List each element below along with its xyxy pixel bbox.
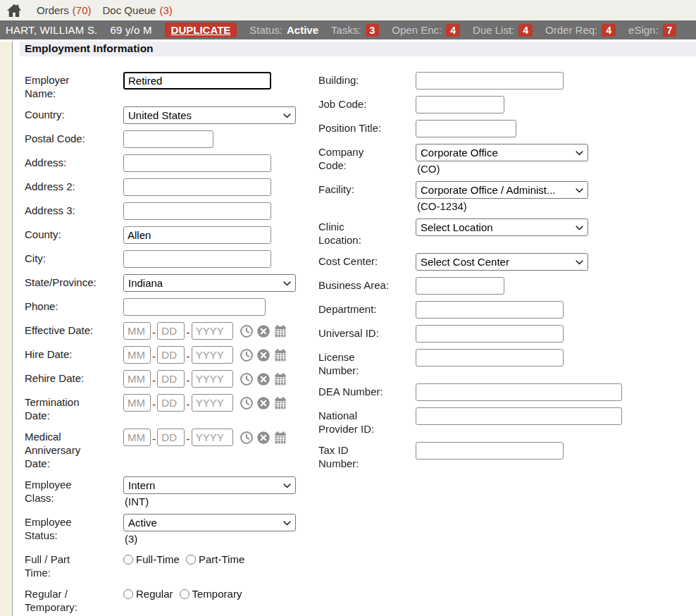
nav-link-orders[interactable]: Orders (70) xyxy=(37,4,92,16)
tasks-count-badge[interactable]: 3 xyxy=(366,24,380,37)
department-input[interactable] xyxy=(416,301,564,319)
termination-date-clear-icon[interactable] xyxy=(256,396,271,410)
esign-group: eSign: 7 xyxy=(628,24,676,37)
termination-date-label: Termination Date: xyxy=(25,394,123,422)
temporary-radio[interactable] xyxy=(180,589,189,599)
termination-date-group: - - xyxy=(123,394,287,412)
employer-name-input[interactable] xyxy=(123,72,271,90)
effective-date-yyyy-input[interactable] xyxy=(192,322,233,340)
employee-status-select[interactable]: Active xyxy=(123,514,296,531)
effective-date-dd-input[interactable] xyxy=(157,322,185,340)
due-list-count-badge[interactable]: 4 xyxy=(518,24,533,37)
rehire-date-dd-input[interactable] xyxy=(157,370,185,388)
state-province-select[interactable]: Indiana xyxy=(123,274,296,292)
termination-date-yyyy-input[interactable] xyxy=(192,394,233,412)
medical-anniversary-date-yyyy-input[interactable] xyxy=(192,429,233,446)
termination-date-dd-input[interactable] xyxy=(157,394,185,412)
rehire-date-clear-icon[interactable] xyxy=(256,372,271,386)
esign-count-badge[interactable]: 7 xyxy=(663,24,677,37)
termination-date-clock-icon[interactable] xyxy=(240,396,254,410)
country-select[interactable]: United States xyxy=(123,106,296,124)
home-button[interactable] xyxy=(6,3,23,18)
clinic-location-select[interactable]: Select Location xyxy=(416,218,588,236)
hire-date-group: - - xyxy=(123,346,287,364)
status-value: Active xyxy=(287,24,318,36)
form-row: Facility: Corporate Office / Administ...… xyxy=(318,181,696,212)
effective-date-group: - - xyxy=(123,322,287,340)
hire-date-clock-icon[interactable] xyxy=(240,348,254,362)
county-input[interactable] xyxy=(123,226,271,244)
dea-number-input[interactable] xyxy=(416,383,622,401)
cost-center-select[interactable]: Select Cost Center xyxy=(416,253,588,271)
universal-id-input[interactable] xyxy=(416,325,564,343)
address3-input[interactable] xyxy=(123,202,271,220)
job-code-input[interactable] xyxy=(416,96,504,113)
nav-link-doc-queue[interactable]: Doc Queue (3) xyxy=(103,4,173,16)
due-list-label: Due List: xyxy=(473,24,514,36)
full-time-radio-option[interactable]: Full-Time xyxy=(123,553,180,565)
medical-anniversary-date-clear-icon[interactable] xyxy=(256,431,271,445)
address2-input[interactable] xyxy=(123,178,271,196)
medical-anniversary-date-mm-input[interactable] xyxy=(123,429,151,446)
medical-anniversary-date-clock-icon[interactable] xyxy=(240,431,254,445)
department-label: Department: xyxy=(318,301,416,316)
form-column-left: Employer Name: Country: United States Po… xyxy=(25,72,318,616)
facility-select[interactable]: Corporate Office / Administ... xyxy=(416,181,588,199)
employee-class-select[interactable]: Intern xyxy=(123,476,296,494)
temporary-radio-label: Temporary xyxy=(192,588,242,600)
form-column-right: Building: Job Code: Position Title: Comp… xyxy=(318,72,696,616)
rehire-date-calendar-icon[interactable] xyxy=(273,372,287,386)
position-title-input[interactable] xyxy=(416,120,516,137)
rehire-date-clock-icon[interactable] xyxy=(240,372,254,386)
phone-input[interactable] xyxy=(123,298,266,316)
clinic-location-label: Clinic Location: xyxy=(318,218,416,247)
business-area-input[interactable] xyxy=(416,277,504,295)
hire-date-yyyy-input[interactable] xyxy=(192,346,233,364)
main-area: Employment Information Employer Name: Co… xyxy=(0,42,696,616)
full-part-time-label: Full / Part Time: xyxy=(25,551,123,579)
hire-date-calendar-icon[interactable] xyxy=(273,348,287,362)
company-code-select[interactable]: Corporate Office xyxy=(416,144,588,161)
regular-radio-option[interactable]: Regular xyxy=(123,588,173,600)
part-time-radio-option[interactable]: Part-Time xyxy=(186,553,244,565)
employee-class-label: Employee Class: xyxy=(25,476,123,505)
status-label: Status: xyxy=(249,24,282,36)
open-enc-count-badge[interactable]: 4 xyxy=(446,24,460,37)
hire-date-clear-icon[interactable] xyxy=(256,348,271,362)
duplicate-badge[interactable]: DUPLICATE xyxy=(165,23,237,37)
effective-date-mm-input[interactable] xyxy=(123,322,151,340)
tax-id-number-input[interactable] xyxy=(416,442,564,460)
esign-label: eSign: xyxy=(628,24,659,36)
address-input[interactable] xyxy=(123,154,271,172)
full-time-radio[interactable] xyxy=(123,555,133,565)
form-row: Cost Center: Select Cost Center xyxy=(318,253,696,271)
national-provider-id-input[interactable] xyxy=(416,407,622,425)
medical-anniversary-date-dd-input[interactable] xyxy=(157,429,185,446)
open-enc-label: Open Enc: xyxy=(392,24,442,36)
medical-anniversary-date-calendar-icon[interactable] xyxy=(273,431,287,445)
effective-date-clear-icon[interactable] xyxy=(256,324,271,338)
postal-code-input[interactable] xyxy=(123,130,213,148)
part-time-radio[interactable] xyxy=(186,555,196,565)
city-input[interactable] xyxy=(123,250,271,268)
content-panel: Employment Information Employer Name: Co… xyxy=(13,42,696,616)
tasks-label: Tasks: xyxy=(331,24,361,36)
status-group: Status: Active xyxy=(249,24,318,36)
regular-radio[interactable] xyxy=(123,589,133,599)
effective-date-calendar-icon[interactable] xyxy=(273,324,287,338)
address3-label: Address 3: xyxy=(25,202,123,217)
rehire-date-mm-input[interactable] xyxy=(123,370,151,388)
effective-date-clock-icon[interactable] xyxy=(240,324,254,338)
building-input[interactable] xyxy=(416,72,564,90)
hire-date-dd-input[interactable] xyxy=(157,346,185,364)
termination-date-calendar-icon[interactable] xyxy=(273,396,287,410)
termination-date-mm-input[interactable] xyxy=(123,394,151,412)
license-number-label: License Number: xyxy=(318,349,416,377)
form-row: Tax ID Number: xyxy=(318,442,696,470)
temporary-radio-option[interactable]: Temporary xyxy=(180,588,242,600)
hire-date-mm-input[interactable] xyxy=(123,346,151,364)
license-number-input[interactable] xyxy=(416,349,564,366)
rehire-date-yyyy-input[interactable] xyxy=(192,370,233,388)
form-row: National Provider ID: xyxy=(318,407,696,436)
order-req-count-badge[interactable]: 4 xyxy=(602,24,616,37)
